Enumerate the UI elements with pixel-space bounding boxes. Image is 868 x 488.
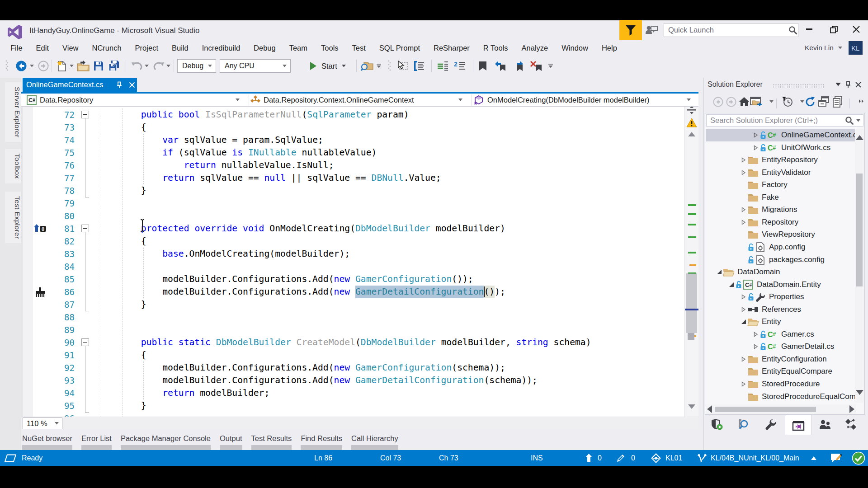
close-button[interactable] xyxy=(846,20,866,38)
unsaved-edits-icon[interactable] xyxy=(616,454,625,463)
source-control-explorer-tab-icon[interactable] xyxy=(845,418,857,430)
tree-item-unitofwork-cs[interactable]: C#UnitOfWork.cs xyxy=(706,141,856,154)
filter-funnel-icon[interactable] xyxy=(625,24,637,36)
new-file-dropdown-icon[interactable] xyxy=(70,55,74,77)
panel-drag-grip[interactable] xyxy=(773,84,825,88)
pin-icon[interactable] xyxy=(116,81,123,89)
chevron-down-icon[interactable] xyxy=(856,119,860,122)
fold-collapse-box[interactable] xyxy=(81,338,89,346)
undo-icon[interactable] xyxy=(131,55,143,77)
panel-tab-output[interactable]: Output xyxy=(220,429,242,450)
tree-item-entity[interactable]: Entity xyxy=(706,315,856,328)
sync-with-active-document-icon[interactable] xyxy=(750,96,762,108)
start-debug-button[interactable]: Start xyxy=(309,55,346,77)
panel-tab-package-manager-console[interactable]: Package Manager Console xyxy=(121,429,211,450)
side-tab-test-explorer[interactable]: Test Explorer xyxy=(5,192,21,243)
changeset-icon[interactable] xyxy=(651,453,661,463)
toolbar-options-icon[interactable] xyxy=(548,55,553,77)
tree-item-onlinegamecontext-cs[interactable]: C#OnlineGameContext.cs xyxy=(706,129,856,141)
expander-collapsed-icon[interactable] xyxy=(740,206,747,213)
avatar[interactable]: KL xyxy=(849,41,863,55)
uncomment-lines-icon[interactable]: 2 xyxy=(454,55,466,77)
search-icon[interactable] xyxy=(788,25,798,35)
open-file-icon[interactable] xyxy=(77,55,90,77)
send-feedback-icon[interactable] xyxy=(830,453,842,464)
menu-help[interactable]: Help xyxy=(595,41,624,55)
comment-lines-icon[interactable] xyxy=(437,55,448,77)
expander-collapsed-icon[interactable] xyxy=(740,293,747,300)
clear-bookmarks-icon[interactable] xyxy=(530,55,542,77)
breadcrumb-member[interactable]: OnModelCreating(DbModelBuilder modelBuil… xyxy=(471,94,698,106)
toolbar-drag-grip[interactable] xyxy=(5,55,8,77)
tree-item-storedprocedureequalcompare[interactable]: StoredProcedureEqualCompare xyxy=(706,390,856,403)
scrollbar-thumb[interactable] xyxy=(686,273,697,333)
tree-item-storedprocedure[interactable]: StoredProcedure xyxy=(706,378,856,390)
save-all-icon[interactable] xyxy=(108,55,120,77)
pending-changes-filter-icon[interactable] xyxy=(782,96,793,108)
document-tab[interactable]: OnlineGameContext.cs xyxy=(23,78,137,92)
navigate-forward-icon[interactable] xyxy=(38,55,49,77)
tree-item-references[interactable]: References xyxy=(706,303,856,316)
tree-item-datadomain[interactable]: DataDomain xyxy=(706,266,856,278)
tree-item-fake[interactable]: Fake xyxy=(706,191,856,204)
sync-dropdown-icon[interactable] xyxy=(765,96,777,108)
tree-item-entityconfiguration[interactable]: EntityConfiguration xyxy=(706,353,856,366)
close-tab-icon[interactable] xyxy=(129,82,135,88)
feedback-icon[interactable] xyxy=(645,24,658,37)
panel-splitter[interactable] xyxy=(698,78,703,450)
menu-sql-prompt[interactable]: SQL Prompt xyxy=(373,41,427,55)
menu-edit[interactable]: Edit xyxy=(29,41,56,55)
home-icon[interactable] xyxy=(738,96,750,108)
user-name[interactable]: Kevin Lin xyxy=(805,44,834,52)
tree-item-factory[interactable]: Factory xyxy=(706,178,856,191)
expander-expanded-icon[interactable] xyxy=(715,268,723,276)
tree-item-repository[interactable]: Repository xyxy=(706,216,856,229)
solution-search-input[interactable] xyxy=(707,116,844,125)
expander-collapsed-icon[interactable] xyxy=(740,169,747,176)
tree-vertical-scrollbar[interactable] xyxy=(855,129,864,403)
menu-project[interactable]: Project xyxy=(128,41,165,55)
expander-collapsed-icon[interactable] xyxy=(740,156,747,164)
pin-panel-icon[interactable] xyxy=(843,80,853,89)
tree-item-viewrepository[interactable]: ViewRepository xyxy=(706,228,856,241)
toolbar-options-icon[interactable] xyxy=(376,55,382,77)
property-manager-tab-icon[interactable] xyxy=(765,418,777,430)
tree-item-properties[interactable]: Properties xyxy=(706,291,856,303)
scroll-down-icon[interactable] xyxy=(856,390,863,395)
scroll-up-icon[interactable] xyxy=(688,132,695,136)
menu-debug[interactable]: Debug xyxy=(247,41,283,55)
show-all-files-icon[interactable] xyxy=(832,96,844,108)
panel-tab-call-hierarchy[interactable]: Call Hierarchy xyxy=(351,429,398,450)
menu-window[interactable]: Window xyxy=(555,41,595,55)
format-document-icon[interactable] xyxy=(413,55,425,77)
tree-item-migrations[interactable]: Migrations xyxy=(706,203,856,216)
expander-collapsed-icon[interactable] xyxy=(752,343,760,350)
menu-view[interactable]: View xyxy=(56,41,85,55)
menu-resharper[interactable]: ReSharper xyxy=(427,41,476,55)
filter-icon[interactable] xyxy=(619,20,642,40)
chevron-down-icon[interactable] xyxy=(838,47,842,49)
expander-collapsed-icon[interactable] xyxy=(752,144,760,151)
team-tab-icon[interactable] xyxy=(819,418,831,430)
search-icon[interactable] xyxy=(788,25,798,35)
fold-collapse-box[interactable] xyxy=(81,225,89,232)
panel-position-menu-icon[interactable] xyxy=(833,80,843,89)
scroll-right-icon[interactable] xyxy=(849,405,854,413)
continuous-test-marker-icon[interactable]: 0 xyxy=(33,224,47,234)
team-explorer-tab-icon[interactable] xyxy=(711,418,723,430)
tree-item-entityequalcompare[interactable]: EntityEqualCompare xyxy=(706,365,856,378)
restore-icon[interactable] xyxy=(830,26,838,33)
search-icon[interactable] xyxy=(844,116,854,126)
warning-icon[interactable] xyxy=(686,118,697,127)
quick-launch-input[interactable] xyxy=(664,26,788,34)
configuration-combo[interactable]: Debug xyxy=(177,59,216,73)
branch-menu-icon[interactable] xyxy=(811,456,816,460)
expander-expanded-icon[interactable] xyxy=(740,318,747,325)
fold-collapse-box[interactable] xyxy=(81,111,89,118)
new-file-icon[interactable] xyxy=(56,55,67,77)
previous-bookmark-icon[interactable] xyxy=(494,55,506,77)
scrollbar-thumb[interactable] xyxy=(715,407,816,412)
find-in-files-icon[interactable] xyxy=(361,55,373,77)
side-tab-server-explorer[interactable]: Server Explorer xyxy=(5,82,21,142)
scrollbar-thumb[interactable] xyxy=(856,174,863,286)
